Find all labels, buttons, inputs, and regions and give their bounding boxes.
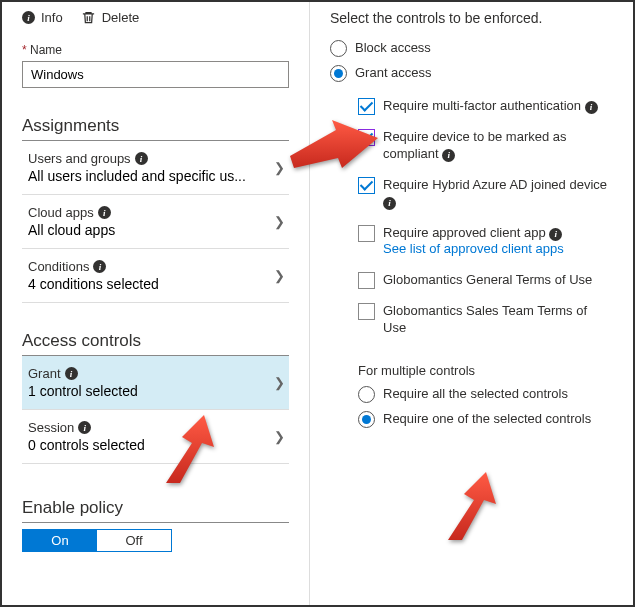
- info-icon: i: [22, 11, 35, 24]
- cloud-apps-row[interactable]: Cloud apps i All cloud apps ❯: [22, 195, 289, 249]
- chevron-right-icon: ❯: [274, 429, 285, 444]
- info-button[interactable]: i Info: [22, 10, 63, 25]
- require-mfa-label: Require multi-factor authentication: [383, 98, 581, 113]
- require-approved-label: Require approved client app: [383, 225, 546, 240]
- info-label: Info: [41, 10, 63, 25]
- checkbox-icon: [358, 129, 375, 146]
- info-icon: i: [65, 367, 78, 380]
- users-sub: All users included and specific us...: [28, 168, 246, 184]
- name-label: * Name: [22, 43, 289, 57]
- tou-sales-label: Globomantics Sales Team Terms of Use: [383, 303, 613, 337]
- cloudapps-title: Cloud apps: [28, 205, 94, 220]
- chevron-right-icon: ❯: [274, 268, 285, 283]
- conditions-sub: 4 conditions selected: [28, 276, 159, 292]
- tou-general-checkbox[interactable]: Globomantics General Terms of Use: [358, 272, 613, 289]
- toggle-on[interactable]: On: [23, 530, 97, 551]
- info-icon: i: [93, 260, 106, 273]
- radio-icon: [358, 386, 375, 403]
- require-mfa-checkbox[interactable]: Require multi-factor authentication i: [358, 98, 613, 115]
- toggle-off[interactable]: Off: [97, 530, 171, 551]
- grant-title: Grant: [28, 366, 61, 381]
- block-access-label: Block access: [355, 40, 431, 55]
- require-one-radio[interactable]: Require one of the selected controls: [358, 411, 613, 428]
- name-input[interactable]: [22, 61, 289, 88]
- grant-access-radio[interactable]: Grant access: [330, 65, 613, 82]
- cloudapps-sub: All cloud apps: [28, 222, 115, 238]
- info-icon: i: [383, 197, 396, 210]
- chevron-right-icon: ❯: [274, 214, 285, 229]
- grant-sub: 1 control selected: [28, 383, 138, 399]
- assignments-header: Assignments: [22, 116, 289, 141]
- require-hybrid-checkbox[interactable]: Require Hybrid Azure AD joined device i: [358, 177, 613, 211]
- controls-title: Select the controls to be enforced.: [330, 10, 613, 26]
- checkbox-icon: [358, 303, 375, 320]
- delete-label: Delete: [102, 10, 140, 25]
- grant-row[interactable]: Grant i 1 control selected ❯: [22, 356, 289, 410]
- checkbox-icon: [358, 272, 375, 289]
- chevron-right-icon: ❯: [274, 375, 285, 390]
- checkbox-icon: [358, 225, 375, 242]
- approved-apps-link[interactable]: See list of approved client apps: [383, 241, 564, 256]
- info-icon: i: [98, 206, 111, 219]
- require-approved-app-checkbox[interactable]: Require approved client app i See list o…: [358, 225, 613, 259]
- grant-access-label: Grant access: [355, 65, 432, 80]
- checkbox-icon: [358, 177, 375, 194]
- checkbox-icon: [358, 98, 375, 115]
- chevron-right-icon: ❯: [274, 160, 285, 175]
- tou-sales-checkbox[interactable]: Globomantics Sales Team Terms of Use: [358, 303, 613, 337]
- block-access-radio[interactable]: Block access: [330, 40, 613, 57]
- session-sub: 0 controls selected: [28, 437, 145, 453]
- radio-icon: [358, 411, 375, 428]
- require-all-label: Require all the selected controls: [383, 386, 568, 401]
- users-title: Users and groups: [28, 151, 131, 166]
- users-and-groups-row[interactable]: Users and groups i All users included an…: [22, 141, 289, 195]
- require-compliant-label: Require device to be marked as compliant: [383, 129, 567, 161]
- radio-icon: [330, 65, 347, 82]
- require-all-radio[interactable]: Require all the selected controls: [358, 386, 613, 403]
- enable-policy-toggle[interactable]: On Off: [22, 529, 172, 552]
- require-hybrid-label: Require Hybrid Azure AD joined device: [383, 177, 607, 192]
- trash-icon: [81, 10, 96, 25]
- require-one-label: Require one of the selected controls: [383, 411, 591, 426]
- info-icon: i: [549, 228, 562, 241]
- conditions-title: Conditions: [28, 259, 89, 274]
- session-row[interactable]: Session i 0 controls selected ❯: [22, 410, 289, 464]
- info-icon: i: [585, 101, 598, 114]
- info-icon: i: [135, 152, 148, 165]
- require-compliant-checkbox[interactable]: Require device to be marked as compliant…: [358, 129, 613, 163]
- tou-general-label: Globomantics General Terms of Use: [383, 272, 592, 289]
- info-icon: i: [78, 421, 91, 434]
- info-icon: i: [442, 149, 455, 162]
- radio-icon: [330, 40, 347, 57]
- multiple-controls-header: For multiple controls: [358, 363, 613, 378]
- enable-policy-header: Enable policy: [22, 498, 289, 523]
- session-title: Session: [28, 420, 74, 435]
- delete-button[interactable]: Delete: [81, 10, 140, 25]
- access-controls-header: Access controls: [22, 331, 289, 356]
- conditions-row[interactable]: Conditions i 4 conditions selected ❯: [22, 249, 289, 303]
